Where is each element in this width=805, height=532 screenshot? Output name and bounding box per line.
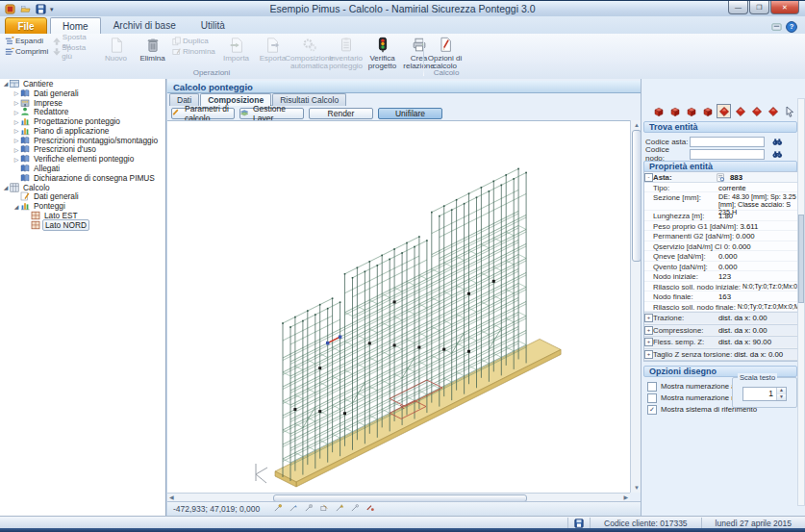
tree-item-dati-generali[interactable]: Dati generali: [0, 192, 165, 202]
property-row-verifica-a-stabilit-in-x-[interactable]: +Verifica a stabilità in X:dist. da x: 0…: [644, 360, 798, 362]
tree-item-progettazione-ponteggio[interactable]: ▷Progettazione ponteggio: [0, 116, 165, 126]
tree-expand-icon[interactable]: ▷: [13, 118, 20, 125]
ribbon-button-elimina[interactable]: Elimina: [135, 36, 170, 67]
toolbar-button-gestione-layer[interactable]: Gestione Layer: [239, 108, 304, 119]
panel-scrollbar[interactable]: [797, 98, 805, 506]
checkbox-row-mostra-numerazione-nodi[interactable]: Mostra numerazione nodi: [647, 393, 745, 403]
red-cube-view-1[interactable]: [651, 104, 666, 118]
tree-expand-icon[interactable]: ▷: [13, 109, 20, 115]
tree-item-cantiere[interactable]: ◢Cantiere: [0, 79, 165, 89]
tree-item-calcolo[interactable]: ◢Calcolo: [0, 183, 165, 192]
checkbox-unchecked[interactable]: [647, 393, 657, 403]
binoculars-icon[interactable]: [772, 137, 783, 147]
ribbon-button-espandi[interactable]: Espandi: [4, 36, 49, 46]
save-icon[interactable]: [567, 518, 590, 528]
property-row-fless-semp-z-[interactable]: +Fless. semp. Z:dist. da x: 90.00: [644, 336, 798, 348]
red-diamond-view-6[interactable]: [733, 104, 747, 118]
ribbon-button-label: Importa: [223, 55, 249, 63]
property-row-qservizio-dan-m-cl-0-: Qservizio [daN/m] Cl 0:0.000: [644, 241, 798, 252]
property-row-tipo-: Tipo:corrente: [644, 183, 798, 193]
scaffold-3d-view[interactable]: [167, 121, 630, 494]
expand-plus-icon[interactable]: +: [644, 313, 653, 322]
codice-nodo-input[interactable]: [690, 149, 765, 160]
tree-expand-icon[interactable]: ▷: [13, 99, 20, 106]
tree-item-label: Dati generali: [32, 89, 81, 98]
tree-item-lato-nord[interactable]: Lato NORD: [0, 220, 165, 230]
codice-asta-input[interactable]: [690, 137, 765, 147]
expand-plus-icon[interactable]: +: [644, 337, 653, 346]
property-row-taglio-z-senza-torsione-[interactable]: +Taglio Z senza torsione:dist. da x: 0.0…: [644, 348, 798, 361]
expand-plus-icon[interactable]: +: [644, 349, 653, 359]
binoculars-icon[interactable]: [772, 149, 783, 160]
expander-box[interactable]: +: [644, 314, 653, 322]
tree-expand-icon[interactable]: ▷: [13, 146, 20, 153]
property-name: Peso proprio G1 [daN/m]:: [653, 221, 738, 231]
ribbon-button-comprimi[interactable]: Comprimi: [4, 46, 49, 57]
ribbon-button-opzioni-di-calcolo[interactable]: Opzioni di calcolo: [427, 36, 463, 67]
expand-plus-icon[interactable]: +: [644, 361, 653, 362]
tree-item-imprese[interactable]: ▷Imprese: [0, 98, 165, 108]
tree-item-redattore[interactable]: ▷Redattore: [0, 107, 165, 116]
scala-testo-spinner[interactable]: 1 ▲ ▼: [742, 387, 787, 401]
property-name: Compressione:: [653, 325, 717, 335]
tree-item-prescrizioni-montaggio-smontaggio[interactable]: ▷Prescrizioni montaggio/smontaggio: [0, 136, 165, 145]
expander-box[interactable]: +: [644, 350, 653, 359]
pointer-select[interactable]: [782, 104, 796, 118]
checkbox-checked[interactable]: ✓: [647, 405, 657, 415]
tree-collapse-icon[interactable]: ◢: [13, 203, 20, 210]
tree-expand-icon[interactable]: ▷: [13, 156, 20, 163]
spinner-down-icon[interactable]: ▼: [777, 394, 786, 401]
toolbar-button-unifilare[interactable]: Unifilare: [378, 108, 442, 119]
side-icon: [31, 220, 40, 230]
collapse-minus-icon[interactable]: -: [644, 172, 653, 182]
ribbon-tab-utilità[interactable]: Utilità: [189, 17, 238, 34]
drawing-canvas[interactable]: [167, 120, 630, 494]
tree-item-ponteggi[interactable]: ◢Ponteggi: [0, 201, 165, 211]
red-cube-view-3[interactable]: [684, 104, 698, 118]
minimize-button[interactable]: —: [728, 1, 748, 14]
red-diamond-view-5[interactable]: [717, 104, 731, 118]
maximize-button[interactable]: ❐: [749, 1, 769, 14]
tree-expand-icon[interactable]: ▷: [13, 127, 20, 134]
find-nodo-row: Codice nodo:: [645, 148, 801, 160]
book-icon: [20, 154, 30, 164]
checkbox-unchecked[interactable]: [647, 382, 657, 392]
scroll-down-icon[interactable]: ▼: [634, 484, 640, 492]
tree-expand-icon[interactable]: ▷: [13, 137, 20, 143]
property-value: 0.000: [734, 231, 755, 241]
tree-expand-icon[interactable]: ▷: [13, 89, 20, 96]
expander-box[interactable]: +: [644, 338, 653, 346]
tree-item-dati-generali[interactable]: ▷Dati generali: [0, 89, 165, 98]
scroll-left-icon[interactable]: ◀: [169, 494, 174, 501]
property-row-trazione-[interactable]: +Trazione:dist. da x: 0.00: [644, 312, 798, 324]
scroll-up-icon[interactable]: ▲: [634, 121, 640, 129]
ribbon-button-label: Elimina: [139, 55, 164, 63]
scroll-right-icon[interactable]: ▶: [623, 494, 628, 501]
expander-box[interactable]: +: [644, 326, 653, 335]
expander-box[interactable]: -: [644, 173, 653, 182]
red-diamond-view-8[interactable]: [766, 104, 780, 118]
expand-plus-icon[interactable]: +: [644, 325, 653, 335]
tree-collapse-icon[interactable]: ◢: [2, 80, 10, 87]
close-button[interactable]: ✕: [770, 1, 799, 14]
ribbon-button-verifica-progetto[interactable]: Verifica progetto: [365, 36, 400, 67]
expand-icon: [4, 37, 15, 46]
tree-item-dichiarazione-di-consegna-pimus[interactable]: Dichiarazione di consegna PIMUS: [0, 173, 165, 183]
ribbon-tab-archivi-di-base[interactable]: Archivi di base: [101, 17, 189, 34]
tree-collapse-icon[interactable]: ◢: [2, 184, 10, 190]
panel-scroll-thumb[interactable]: [798, 215, 804, 303]
checkbox-row-mostra-numerazione-aste[interactable]: Mostra numerazione aste: [647, 381, 745, 392]
tree-item-verifiche-elementi-ponteggio[interactable]: ▷Verifiche elementi ponteggio: [0, 154, 165, 164]
tree-item-piano-di-applicazione[interactable]: ▷Piano di applicazione: [0, 126, 165, 136]
red-diamond-view-7[interactable]: [749, 104, 764, 118]
property-row-compressione-[interactable]: +Compressione:dist. da x: 0.00: [644, 324, 798, 337]
tree-item-allegati[interactable]: Allegati: [0, 164, 165, 173]
toolbar-button-parametri-di-calcolo[interactable]: Parametri di calcolo: [171, 108, 235, 119]
toolbar-button-render[interactable]: Render: [309, 108, 373, 119]
property-name: Verifica a stabilità in X:: [653, 361, 728, 362]
red-cube-view-4[interactable]: [700, 104, 715, 118]
property-row-asta-[interactable]: -Asta:883: [644, 172, 798, 183]
tree-item-prescrizioni-d-uso[interactable]: ▷Prescrizioni d'uso: [0, 145, 165, 155]
ribbon-tab-home[interactable]: Home: [50, 17, 101, 34]
red-cube-view-2[interactable]: [667, 104, 682, 118]
